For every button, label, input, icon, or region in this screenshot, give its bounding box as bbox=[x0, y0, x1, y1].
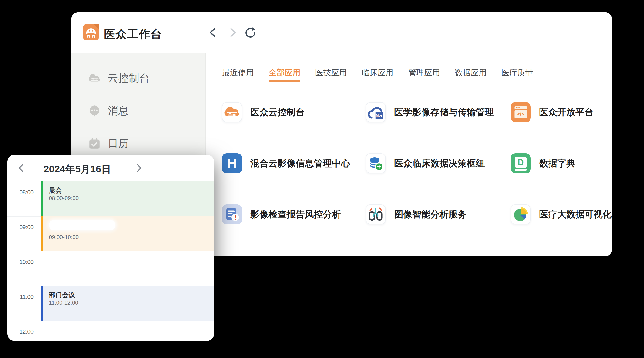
app-label: 医众开放平台 bbox=[539, 106, 594, 119]
chevron-left-icon bbox=[208, 27, 219, 38]
app-hybrid-cloud-imaging[interactable]: H 混合云影像信息管理中心 bbox=[222, 153, 350, 173]
tabs-divider bbox=[214, 85, 603, 85]
half-hour-line bbox=[8, 269, 214, 269]
lungs-ai-icon bbox=[366, 204, 386, 224]
sidebar-item-calendar[interactable]: 日历 bbox=[72, 129, 206, 158]
chevron-right-icon bbox=[227, 27, 238, 38]
cloud-sliders-icon bbox=[222, 102, 242, 122]
app-label: 医众云控制台 bbox=[250, 106, 305, 119]
calendar-event-redacted[interactable]: 09:00-10:00 bbox=[42, 216, 214, 251]
app-label: 医学影像存储与传输管理 bbox=[394, 106, 494, 119]
tab-all-apps[interactable]: 全部应用 bbox=[269, 66, 300, 79]
event-title: 晨会 bbox=[49, 186, 62, 195]
pie-chart-icon bbox=[511, 204, 531, 224]
app-clinical-data-hub[interactable]: 医众临床数据决策枢纽 bbox=[366, 153, 485, 173]
category-tabs: 最近使用 全部应用 医技应用 临床应用 管理应用 数据应用 医疗质量 bbox=[222, 66, 533, 79]
app-label: 医众临床数据决策枢纽 bbox=[394, 157, 485, 170]
calendar-day-grid: 08:00 09:00 10:00 11:00 12:00 晨会 08:00-0… bbox=[8, 181, 214, 341]
chevron-left-icon bbox=[17, 163, 26, 173]
sidebar-item-label: 日历 bbox=[108, 137, 129, 151]
message-bubble-icon bbox=[88, 104, 101, 118]
code-glyph: </> bbox=[517, 112, 524, 117]
time-label: 10:00 bbox=[8, 259, 34, 265]
calendar-event-morning-meeting[interactable]: 晨会 08:00-09:00 bbox=[42, 181, 214, 216]
calendar-next-button[interactable] bbox=[134, 163, 143, 173]
database-plus-icon bbox=[366, 153, 386, 173]
time-label: 11:00 bbox=[8, 294, 34, 300]
d-letter: D bbox=[518, 158, 524, 167]
hour-line bbox=[8, 251, 214, 251]
redacted-event-title bbox=[49, 220, 116, 230]
calendar-header: 2024年5月16日 bbox=[8, 155, 214, 181]
tab-data-apps[interactable]: 数据应用 bbox=[455, 66, 486, 79]
sidebar-item-messages[interactable]: 消息 bbox=[72, 97, 206, 125]
calendar-panel: 2024年5月16日 08:00 09:00 10:00 11:00 12:00… bbox=[8, 155, 214, 341]
dictionary-book-icon: D bbox=[511, 153, 531, 173]
chevron-right-icon bbox=[134, 163, 143, 173]
app-launcher-content: 最近使用 全部应用 医技应用 临床应用 管理应用 数据应用 医疗质量 bbox=[206, 53, 612, 256]
calendar-date-label: 2024年5月16日 bbox=[33, 163, 122, 176]
h-letter: H bbox=[227, 156, 236, 171]
mos-label: Mos bbox=[376, 114, 383, 117]
sidebar-item-label: 消息 bbox=[108, 104, 129, 118]
time-label: 08:00 bbox=[8, 189, 34, 196]
sidebar-item-cloud-console[interactable]: 云控制台 bbox=[72, 64, 206, 92]
app-report-risk-analysis[interactable]: 影像检查报告风控分析 bbox=[222, 204, 341, 224]
tab-recent[interactable]: 最近使用 bbox=[222, 66, 254, 79]
app-cloud-console[interactable]: 医众云控制台 bbox=[222, 102, 305, 122]
time-label: 12:00 bbox=[8, 329, 34, 335]
calendar-check-icon bbox=[88, 137, 101, 150]
report-alert-icon bbox=[222, 204, 242, 224]
event-title: 部门会议 bbox=[49, 291, 75, 299]
calendar-event-department-meeting[interactable]: 部门会议 11:00-12:00 bbox=[42, 286, 214, 321]
tab-medtech-apps[interactable]: 医技应用 bbox=[315, 66, 347, 79]
app-imaging-storage[interactable]: Mos 医学影像存储与传输管理 bbox=[366, 102, 494, 122]
screen: 医众工作台 bbox=[0, 0, 644, 358]
back-button[interactable] bbox=[208, 27, 219, 38]
app-label: 图像智能分析服务 bbox=[394, 208, 467, 221]
app-label: 医疗大数据可视化 bbox=[539, 208, 612, 221]
open-platform-code-icon: </> bbox=[511, 102, 531, 122]
forward-button[interactable] bbox=[227, 27, 238, 38]
app-label: 影像检查报告风控分析 bbox=[250, 208, 341, 221]
refresh-icon bbox=[244, 26, 256, 38]
app-open-platform[interactable]: </> 医众开放平台 bbox=[511, 102, 594, 122]
app-label: 混合云影像信息管理中心 bbox=[250, 157, 350, 170]
tab-management-apps[interactable]: 管理应用 bbox=[408, 66, 440, 79]
event-time: 08:00-09:00 bbox=[49, 195, 79, 201]
time-label: 09:00 bbox=[8, 224, 34, 230]
sidebar-item-label: 云控制台 bbox=[108, 71, 150, 85]
tab-clinical-apps[interactable]: 临床应用 bbox=[362, 66, 394, 79]
app-big-data-visualization[interactable]: 医疗大数据可视化 bbox=[511, 204, 612, 224]
event-time: 11:00-12:00 bbox=[49, 299, 78, 306]
refresh-button[interactable] bbox=[244, 26, 256, 38]
app-label: 数据字典 bbox=[539, 157, 575, 170]
hospital-letter-icon: H bbox=[222, 153, 242, 173]
cloud-storage-icon: Mos bbox=[366, 102, 386, 122]
cloud-console-icon bbox=[88, 72, 101, 85]
app-image-ai-analysis[interactable]: 图像智能分析服务 bbox=[366, 204, 467, 224]
tab-quality[interactable]: 医疗质量 bbox=[502, 66, 533, 79]
app-data-dictionary[interactable]: D 数据字典 bbox=[511, 153, 575, 173]
app-logo-icon bbox=[83, 24, 99, 40]
event-time: 09:00-10:00 bbox=[49, 234, 79, 240]
app-title: 医众工作台 bbox=[104, 27, 162, 42]
calendar-prev-button[interactable] bbox=[17, 163, 26, 173]
titlebar: 医众工作台 bbox=[72, 12, 612, 53]
